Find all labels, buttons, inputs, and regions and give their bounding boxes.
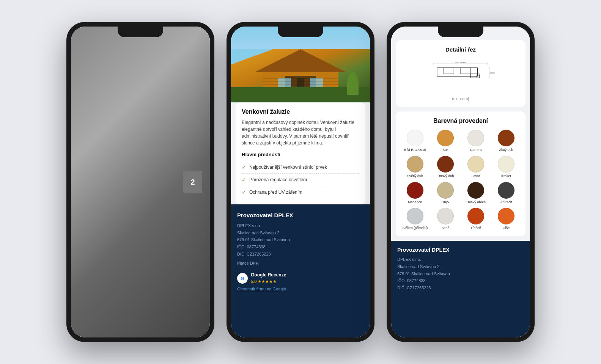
address-line1: Skalice nad Svitavou 2, <box>237 229 364 237</box>
footer-company-info: DPLEX s.r.o. Skalice nad Svitavou 2, 679… <box>237 222 364 267</box>
address2-3: 679 01 Skalice nad Svitavou <box>397 270 524 278</box>
color-name: Stříbro (přírodní) <box>403 226 428 230</box>
color-circle <box>467 130 484 146</box>
check-icon-2: ✓ <box>242 177 246 183</box>
svg-rect-7 <box>263 81 338 82</box>
feature-text-3: Ochrana před UV zářením <box>249 190 302 195</box>
check-icon-3: ✓ <box>242 189 246 195</box>
check-icon-1: ✓ <box>242 164 246 170</box>
ico: IČO: 08774838 <box>237 243 364 251</box>
color-name: Kraket <box>501 174 511 178</box>
color-item: Zlatý dub <box>493 130 519 152</box>
color-item: Bílá RAL 9016 <box>402 130 428 152</box>
detail-section: Detailní řez 150÷300 mm <box>396 40 525 107</box>
feature-item-1: ✓ Nejpoužívanější venkovní stínící prvek <box>242 161 359 174</box>
vat-status: Plátce DPH <box>237 260 364 267</box>
footer-title-3: Provozovatel DPLEX <box>397 247 524 253</box>
phone3-content: Detailní řez 150÷300 mm <box>391 27 530 337</box>
color-item: Třešeň <box>463 208 489 230</box>
company-name-3: DPLEX s.r.o. <box>397 256 524 263</box>
svg-rect-14 <box>437 68 478 76</box>
color-name: Onyx <box>441 200 449 204</box>
color-item: Javor <box>463 156 489 178</box>
svg-rect-17 <box>471 74 479 78</box>
phone-frame-2: Venkovní žaluzie Elegantní a nadčasový d… <box>227 22 374 342</box>
cross-section-svg: 150÷300 mm 30mm <box>426 61 495 91</box>
color-name: Antracit <box>500 200 512 204</box>
color-name: Carrera <box>470 148 482 152</box>
svg-rect-16 <box>461 68 471 74</box>
dic: DIČ: CZ17265223 <box>237 251 364 258</box>
color-item: Tmavý ořech <box>463 182 489 204</box>
phone-notch-3 <box>438 27 483 37</box>
color-item: Olše <box>493 208 519 230</box>
phone-frame-1: ▣ DPLEX 📞 604 227 471 Úvod » Produktové … <box>66 22 214 342</box>
color-circle <box>437 208 454 224</box>
svg-rect-8 <box>263 84 338 85</box>
color-name: Mahagon <box>408 200 422 204</box>
feature-item-2: ✓ Přirozená regulace osvětlení <box>242 174 359 186</box>
phone2-content: Venkovní žaluzie Elegantní a nadčasový d… <box>231 27 370 337</box>
color-circle <box>407 182 423 199</box>
color-circle <box>437 182 454 199</box>
feature-item-3: ✓ Ochrana před UV zářením <box>242 186 359 198</box>
color-item: Onyx <box>432 182 459 204</box>
google-rating-number: 5.0 <box>251 279 258 284</box>
product-title: Venkovní žaluzie <box>242 108 359 115</box>
phone-screen-2: Venkovní žaluzie Elegantní a nadčasový d… <box>231 27 370 337</box>
ico-3: IČO: 08774838 <box>397 277 524 284</box>
colors-section: Barevná provedení Bílá RAL 9016BukCarrer… <box>396 111 525 236</box>
google-review-link[interactable]: Ohodnotit firmu na Googlu <box>237 287 364 291</box>
svg-rect-15 <box>444 68 454 74</box>
google-review-block: G Google Recenze 5.0 ★★★★★ <box>237 272 364 284</box>
color-name: Třešeň <box>470 226 481 230</box>
phone1-content: ▣ DPLEX 📞 604 227 471 Úvod » Produktové … <box>71 27 210 337</box>
color-item: Buk <box>432 130 459 152</box>
color-item: Světlý dub <box>402 156 428 178</box>
color-name: Světlý dub <box>407 174 423 178</box>
color-circle <box>498 208 514 224</box>
product-card-3[interactable]: 2 <box>76 233 205 282</box>
address1-3: Skalice nad Svitavou 2, <box>397 263 524 270</box>
nose-label: (s nosem) <box>402 97 519 101</box>
color-name: Bílá RAL 9016 <box>404 148 426 152</box>
google-review-label: Google Recenze <box>251 272 286 278</box>
phone-notch-1 <box>118 27 163 37</box>
svg-text:150÷300 mm: 150÷300 mm <box>455 61 467 64</box>
color-circle <box>498 182 514 199</box>
color-name: Tmavý ořech <box>466 200 486 204</box>
color-circle <box>467 156 484 173</box>
phone-frame-3: Detailní řez 150÷300 mm <box>387 22 535 342</box>
google-icon: G <box>237 273 248 284</box>
google-review-text: Google Recenze 5.0 ★★★★★ <box>251 272 286 284</box>
color-circle <box>467 208 484 224</box>
footer-info-3: DPLEX s.r.o. Skalice nad Svitavou 2, 679… <box>397 256 524 291</box>
color-circle <box>407 130 423 146</box>
color-item: Kraket <box>493 156 519 178</box>
color-name: Zlatý dub <box>499 148 513 152</box>
company-name: DPLEX s.r.o. <box>237 222 364 229</box>
product-description: Elegantní a nadčasový doplněk domu. Venk… <box>242 119 359 146</box>
color-item: Mahagon <box>402 182 428 204</box>
color-name: Tmavý dub <box>437 174 454 178</box>
address-line2: 679 01 Skalice nad Svitavou <box>237 236 364 243</box>
phone-screen-1: ▣ DPLEX 📞 604 227 471 Úvod » Produktové … <box>71 27 210 337</box>
google-stars: ★★★★★ <box>258 279 277 284</box>
color-grid: Bílá RAL 9016BukCarreraZlatý dubSvětlý d… <box>402 130 519 230</box>
color-item: Antracit <box>493 182 519 204</box>
color-item: Šedá <box>432 208 459 230</box>
color-name: Olše <box>503 226 510 230</box>
color-name: Šedá <box>441 226 449 230</box>
house-hero-image <box>231 27 370 102</box>
svg-rect-6 <box>263 78 338 79</box>
color-circle <box>467 182 484 199</box>
phone-notch-2 <box>278 27 323 37</box>
svg-text:30mm: 30mm <box>490 72 495 74</box>
colors-title: Barevná provedení <box>402 118 519 124</box>
color-circle <box>498 156 514 173</box>
color-circle <box>407 208 423 224</box>
phone3-footer: Provozovatel DPLEX DPLEX s.r.o. Skalice … <box>391 241 530 337</box>
color-circle <box>407 156 423 173</box>
color-name: Javor <box>472 174 480 178</box>
phone-screen-3: Detailní řez 150÷300 mm <box>391 27 530 337</box>
